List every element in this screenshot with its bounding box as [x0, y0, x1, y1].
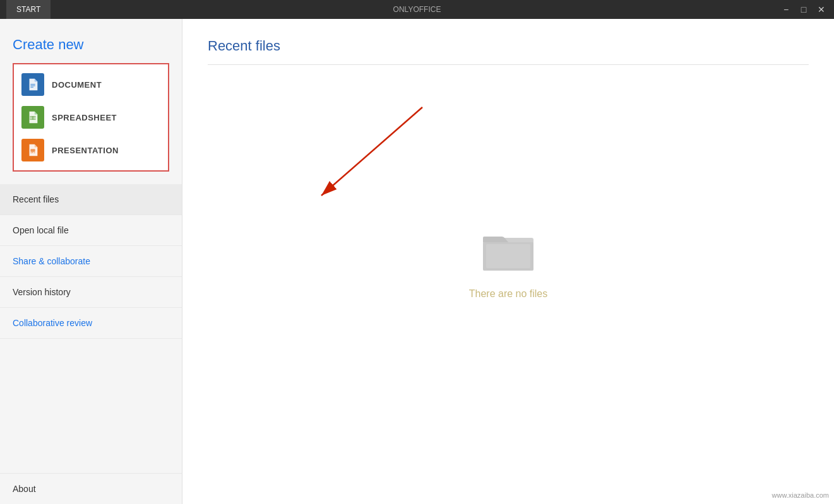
- version-history-label: Version history: [13, 287, 71, 297]
- create-presentation-item[interactable]: PRESENTATION: [18, 134, 164, 167]
- nav-spacer: [0, 339, 182, 473]
- document-label: DOCUMENT: [52, 80, 102, 90]
- svg-rect-10: [32, 152, 33, 153]
- svg-rect-6: [33, 116, 33, 120]
- watermark-text: www.xiazaiba.com: [772, 491, 829, 499]
- titlebar-tab[interactable]: START: [6, 0, 51, 19]
- document-icon: [21, 73, 44, 96]
- app-title: ONLYOFFICE: [393, 5, 441, 14]
- spreadsheet-icon: [21, 106, 44, 129]
- create-document-item[interactable]: DOCUMENT: [18, 68, 164, 101]
- sidebar-item-share-collaborate[interactable]: Share & collaborate: [0, 246, 182, 277]
- nav-section: Recent files Open local file Share & col…: [0, 184, 182, 504]
- main-container: Create new DOCUMENT: [0, 19, 834, 504]
- sidebar-item-recent-files[interactable]: Recent files: [0, 184, 182, 215]
- svg-rect-13: [486, 244, 530, 268]
- minimize-button[interactable]: −: [780, 3, 792, 16]
- empty-state: There are no files: [208, 40, 809, 485]
- sidebar-item-collaborative-review[interactable]: Collaborative review: [0, 308, 182, 339]
- window-controls: − □ ✕: [780, 3, 828, 16]
- create-new-section: Create new DOCUMENT: [0, 19, 182, 184]
- content-area: Recent files There are no files: [182, 19, 834, 504]
- svg-rect-1: [30, 85, 35, 86]
- svg-rect-2: [30, 87, 33, 88]
- svg-rect-0: [30, 84, 35, 85]
- close-button[interactable]: ✕: [815, 3, 828, 16]
- empty-text: There are no files: [469, 288, 548, 300]
- sidebar-item-about[interactable]: About: [0, 473, 182, 504]
- create-new-title: Create new: [13, 37, 169, 53]
- create-new-box: DOCUMENT SPREADSHEET: [13, 63, 169, 172]
- sidebar: Create new DOCUMENT: [0, 19, 182, 504]
- sidebar-item-open-local[interactable]: Open local file: [0, 215, 182, 246]
- share-collaborate-label: Share & collaborate: [13, 256, 90, 266]
- about-label: About: [13, 484, 36, 494]
- open-local-label: Open local file: [13, 225, 69, 235]
- collaborative-review-label: Collaborative review: [13, 318, 92, 328]
- watermark: www.xiazaiba.com: [772, 491, 829, 499]
- svg-rect-8: [30, 153, 32, 153]
- presentation-label: PRESENTATION: [52, 146, 119, 155]
- titlebar: START ONLYOFFICE − □ ✕: [0, 0, 834, 19]
- svg-rect-7: [30, 149, 35, 152]
- spreadsheet-label: SPREADSHEET: [52, 113, 117, 122]
- maximize-button[interactable]: □: [797, 3, 810, 16]
- create-spreadsheet-item[interactable]: SPREADSHEET: [18, 101, 164, 134]
- presentation-icon: [21, 139, 44, 161]
- sidebar-item-version-history[interactable]: Version history: [0, 277, 182, 308]
- tab-label: START: [16, 5, 40, 14]
- empty-folder-icon: [480, 225, 537, 278]
- svg-rect-9: [33, 153, 35, 153]
- recent-files-label: Recent files: [13, 194, 59, 204]
